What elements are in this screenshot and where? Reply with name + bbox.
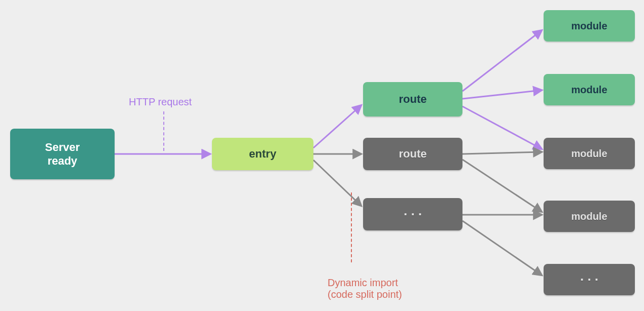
node-module-active-2: module — [544, 74, 635, 105]
node-server-label: Server ready — [45, 140, 80, 168]
node-route-inactive: route — [363, 138, 462, 170]
node-entry: entry — [212, 138, 313, 170]
svg-line-8 — [462, 160, 542, 212]
svg-line-10 — [462, 221, 542, 275]
svg-line-6 — [462, 106, 542, 149]
node-module-active-2-label: module — [571, 84, 607, 96]
svg-line-3 — [313, 160, 361, 206]
node-route-inactive-label: route — [399, 147, 427, 161]
dash-http-request — [163, 111, 164, 151]
svg-line-4 — [462, 30, 542, 91]
node-module-active-1: module — [544, 10, 635, 42]
node-module-inactive-1: module — [544, 138, 635, 169]
node-ellipsis-routes: · · · — [363, 198, 462, 230]
node-ellipsis-routes-label: · · · — [404, 206, 422, 223]
label-dynamic-import: Dynamic import (code split point) — [328, 265, 402, 300]
node-server-ready: Server ready — [10, 129, 115, 179]
node-module-inactive-2-label: module — [571, 210, 607, 223]
svg-line-5 — [462, 90, 542, 99]
label-http-request: HTTP request — [129, 96, 192, 108]
svg-line-1 — [313, 105, 361, 148]
label-dynamic-import-text: Dynamic import (code split point) — [328, 277, 402, 300]
node-module-inactive-2: module — [544, 201, 635, 232]
node-entry-label: entry — [249, 147, 276, 161]
svg-line-7 — [462, 152, 542, 154]
label-http-request-text: HTTP request — [129, 96, 192, 107]
node-ellipsis-modules: · · · — [544, 264, 635, 295]
node-route-active: route — [363, 82, 462, 116]
node-module-active-1-label: module — [571, 20, 607, 32]
dash-dynamic-import — [351, 192, 352, 262]
node-route-active-label: route — [399, 92, 427, 106]
node-module-inactive-1-label: module — [571, 147, 607, 160]
node-ellipsis-modules-label: · · · — [580, 271, 598, 288]
